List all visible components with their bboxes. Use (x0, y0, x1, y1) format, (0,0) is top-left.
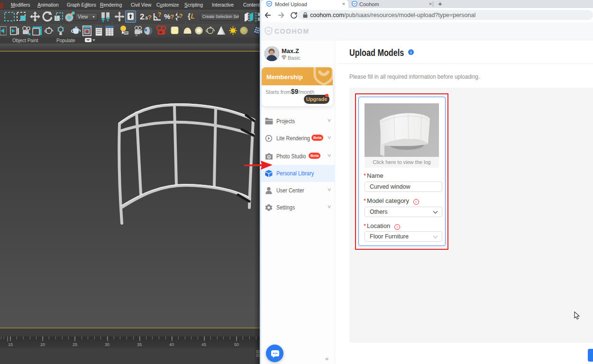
svg-text:?: ? (158, 12, 161, 18)
svg-text:?: ? (179, 13, 182, 19)
